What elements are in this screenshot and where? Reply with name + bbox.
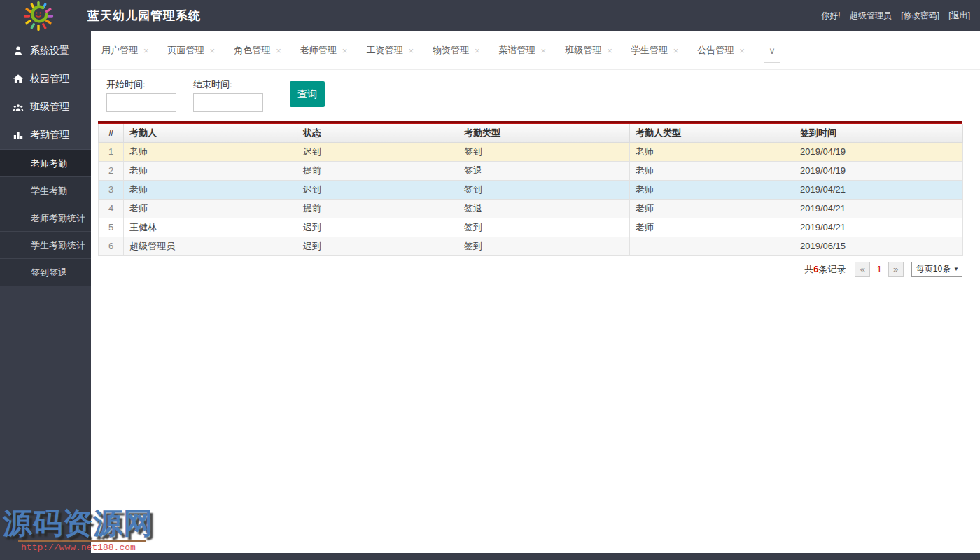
next-page-button[interactable]: » — [888, 262, 904, 277]
table-cell: 2019/04/21 — [794, 180, 963, 199]
tab-teacher-mgmt[interactable]: 老师管理× — [300, 44, 348, 57]
tab-label: 工资管理 — [366, 44, 402, 57]
prev-page-button[interactable]: « — [855, 262, 870, 277]
sun-smiley-logo-icon — [23, 1, 54, 31]
record-count-prefix: 共 — [804, 264, 813, 274]
table-cell: 老师 — [630, 218, 794, 237]
table-cell — [630, 237, 794, 255]
group-icon — [13, 102, 24, 113]
table-cell: 签退 — [458, 199, 630, 218]
tab-page-mgmt[interactable]: 页面管理× — [168, 44, 216, 57]
record-count-text: 共6条记录 — [804, 263, 846, 276]
user-info-area: 你好! 超级管理员 [修改密码] [退出] — [814, 0, 970, 31]
table-cell: 老师 — [124, 142, 298, 161]
end-time-label: 结束时间: — [193, 78, 263, 91]
table-cell: 迟到 — [298, 180, 458, 199]
table-row[interactable]: 3老师迟到签到老师2019/04/21 — [99, 180, 963, 199]
submenu-item-student-attendance[interactable]: 学生考勤 — [0, 177, 91, 204]
table-cell: 迟到 — [298, 142, 458, 161]
tab-label: 公告管理 — [697, 44, 734, 57]
sidebar-item-label: 考勤管理 — [30, 129, 69, 141]
page-title: 蓝天幼儿园管理系统 — [88, 0, 201, 31]
table-cell: 5 — [99, 218, 124, 237]
tab-label: 老师管理 — [300, 44, 337, 57]
page-size-label: 每页10条 — [916, 263, 951, 275]
column-header: 考勤人 — [124, 124, 298, 142]
username-text: 超级管理员 — [850, 10, 892, 20]
end-time-input[interactable] — [193, 93, 263, 112]
table-cell: 提前 — [298, 161, 458, 180]
tab-close-icon[interactable]: × — [475, 46, 480, 56]
tab-role-mgmt[interactable]: 角色管理× — [234, 44, 281, 57]
attendance-table: #考勤人状态考勤类型考勤人类型签到时间 1老师迟到签到老师2019/04/192… — [98, 124, 963, 256]
home-icon — [13, 74, 24, 85]
tab-close-icon[interactable]: × — [673, 46, 679, 56]
chevron-down-icon[interactable]: ∨ — [764, 38, 780, 63]
table-cell: 6 — [99, 237, 124, 255]
column-header: 考勤类型 — [458, 124, 630, 142]
current-page-number[interactable]: 1 — [876, 264, 881, 274]
table-cell: 1 — [99, 142, 124, 161]
tab-close-icon[interactable]: × — [276, 46, 281, 56]
table-cell: 2 — [99, 161, 124, 180]
tab-strip: 用户管理×页面管理×角色管理×老师管理×工资管理×物资管理×菜谱管理×班级管理×… — [102, 44, 764, 57]
table-cell: 老师 — [630, 180, 794, 199]
tab-close-icon[interactable]: × — [210, 46, 216, 56]
tab-close-icon[interactable]: × — [342, 46, 348, 56]
table-row[interactable]: 5王健林迟到签到老师2019/04/21 — [99, 218, 963, 237]
table-cell: 老师 — [124, 180, 298, 199]
table-row[interactable]: 6超级管理员迟到签到2019/06/15 — [99, 237, 963, 255]
search-button[interactable]: 查询 — [290, 81, 325, 107]
column-header: 考勤人类型 — [630, 124, 794, 142]
submenu-item-sign-in-out[interactable]: 签到签退 — [0, 259, 91, 286]
sidebar-item-class-management[interactable]: 班级管理 — [0, 93, 91, 121]
sidebar-item-label: 班级管理 — [30, 101, 69, 113]
pagination-bar: 共6条记录 « 1 » 每页10条 ▼ — [98, 262, 962, 277]
greeting-text: 你好! — [821, 10, 840, 20]
submenu-item-teacher-attendance-stats[interactable]: 老师考勤统计 — [0, 204, 91, 232]
tab-user-mgmt[interactable]: 用户管理× — [102, 44, 149, 57]
start-time-field-group: 开始时间: — [106, 78, 176, 112]
tab-supplies-mgmt[interactable]: 物资管理× — [433, 44, 480, 57]
table-cell: 签到 — [458, 142, 630, 161]
table-cell: 3 — [99, 180, 124, 199]
sidebar-item-system-settings[interactable]: 系统设置 — [0, 37, 91, 65]
select-arrow-icon: ▼ — [953, 266, 959, 272]
tab-close-icon[interactable]: × — [541, 46, 547, 56]
change-password-link[interactable]: [修改密码] — [901, 10, 939, 20]
tab-close-icon[interactable]: × — [739, 46, 745, 56]
tab-close-icon[interactable]: × — [144, 46, 149, 56]
tab-menu-mgmt[interactable]: 菜谱管理× — [499, 44, 547, 57]
table-cell: 王健林 — [124, 218, 298, 237]
table-row[interactable]: 1老师迟到签到老师2019/04/19 — [99, 142, 963, 161]
table-header-row: #考勤人状态考勤类型考勤人类型签到时间 — [99, 124, 963, 142]
filter-panel: 开始时间: 结束时间: 查询 — [91, 70, 980, 112]
bottom-dark-bar — [0, 553, 980, 560]
start-time-input[interactable] — [106, 93, 176, 112]
tab-student-mgmt[interactable]: 学生管理× — [631, 44, 679, 57]
person-icon — [13, 46, 24, 57]
table-row[interactable]: 2老师提前签退老师2019/04/19 — [99, 161, 963, 180]
tab-close-icon[interactable]: × — [408, 46, 414, 56]
tab-label: 物资管理 — [433, 44, 469, 57]
logout-link[interactable]: [退出] — [948, 10, 970, 20]
top-header-bar: 蓝天幼儿园管理系统 你好! 超级管理员 [修改密码] [退出] — [0, 0, 980, 31]
submenu-item-teacher-attendance[interactable]: 老师考勤 — [0, 150, 91, 177]
tab-class-mgmt[interactable]: 班级管理× — [565, 44, 612, 57]
page-size-select[interactable]: 每页10条 ▼ — [911, 262, 962, 277]
table-cell: 签到 — [458, 237, 630, 255]
table-row[interactable]: 4老师提前签退老师2019/04/21 — [99, 199, 963, 218]
tab-notice-mgmt[interactable]: 公告管理× — [697, 44, 745, 57]
table-cell: 签退 — [458, 161, 630, 180]
tab-label: 班级管理 — [565, 44, 601, 57]
tab-close-icon[interactable]: × — [607, 46, 612, 56]
table-cell: 2019/04/21 — [794, 199, 963, 218]
start-time-label: 开始时间: — [106, 78, 176, 91]
submenu-item-student-attendance-stats[interactable]: 学生考勤统计 — [0, 232, 91, 259]
sidebar-item-attendance-management[interactable]: 考勤管理 — [0, 121, 91, 149]
tab-salary-mgmt[interactable]: 工资管理× — [366, 44, 414, 57]
record-count-suffix: 条记录 — [818, 264, 846, 274]
sidebar-item-campus-management[interactable]: 校园管理 — [0, 65, 91, 93]
sidebar: 系统设置校园管理班级管理考勤管理 老师考勤学生考勤老师考勤统计学生考勤统计签到签… — [0, 31, 91, 553]
table-cell: 2019/04/19 — [794, 161, 963, 180]
